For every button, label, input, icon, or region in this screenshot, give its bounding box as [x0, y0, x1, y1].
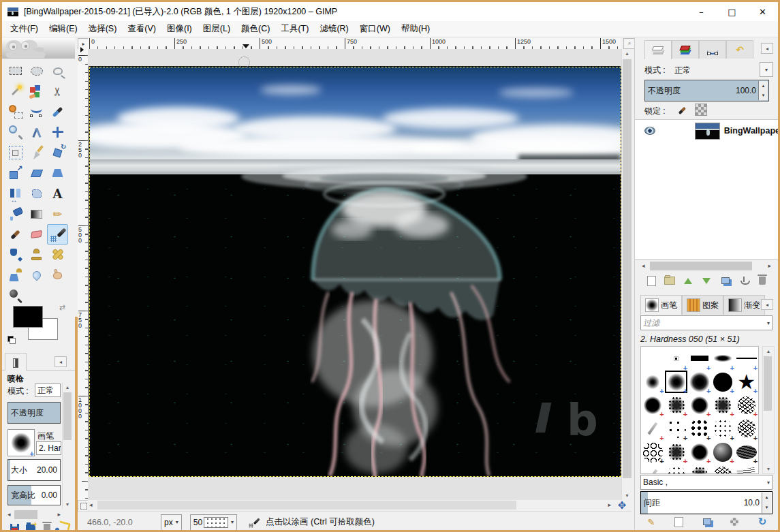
brush-swatch[interactable]	[688, 347, 711, 370]
hscrollbar-thumb[interactable]	[14, 510, 37, 519]
menu-help[interactable]: 帮助(H)	[396, 21, 435, 37]
brush-swatch[interactable]	[665, 394, 687, 416]
title-bar[interactable]: [BingWallpaper-2015-09-21] (已导入)-2.0 (RG…	[2, 2, 778, 21]
hscrollbar-thumb[interactable]	[97, 501, 516, 510]
menu-tools[interactable]: 工具(T)	[275, 21, 314, 37]
brush-swatch[interactable]	[642, 418, 664, 440]
tool-paintbrush[interactable]	[5, 224, 26, 245]
menu-select[interactable]: 选择(S)	[83, 21, 123, 37]
tool-align[interactable]	[5, 142, 26, 163]
new-brush-button[interactable]	[672, 516, 686, 528]
brush-swatch[interactable]	[735, 347, 758, 370]
spacing-slider[interactable]: 间距 10.0 ▲▼	[640, 491, 773, 514]
layer-list[interactable]: BingWallpaper	[635, 119, 779, 260]
tab-patterns[interactable]: 图案	[682, 295, 723, 315]
scroll-up-icon[interactable]: ▴	[63, 383, 72, 392]
tab-layers[interactable]	[644, 40, 672, 59]
tool-perspective[interactable]	[47, 163, 68, 183]
layer-list-hscrollbar[interactable]: ◂ ▸	[640, 261, 773, 271]
brush-swatch[interactable]	[642, 465, 664, 474]
brush-swatch[interactable]	[642, 394, 664, 416]
brush-swatch[interactable]	[735, 371, 758, 393]
tool-pencil[interactable]	[47, 204, 68, 224]
brush-swatch[interactable]	[712, 394, 734, 416]
lock-pixels-icon[interactable]	[675, 104, 689, 118]
menu-file[interactable]: 文件(F)	[5, 21, 44, 37]
layer-name[interactable]: BingWallpaper	[724, 126, 779, 136]
tool-zoom[interactable]	[5, 122, 26, 142]
vertical-ruler[interactable]: 02 5 05 0 07 5 01 0 0 0	[78, 49, 89, 500]
opacity-slider[interactable]: 不透明度	[7, 402, 61, 424]
duplicate-layer-button[interactable]	[719, 275, 732, 287]
horizontal-ruler[interactable]: 0250500750100012501500	[88, 38, 621, 50]
brush-preview[interactable]: +	[7, 429, 35, 456]
spin-down-icon[interactable]: ▼	[762, 503, 771, 513]
layer-mode-select[interactable]: ▾	[760, 62, 773, 77]
image-viewport[interactable]: b	[88, 49, 621, 500]
brush-swatch[interactable]	[688, 465, 711, 474]
brush-swatch[interactable]	[665, 465, 687, 474]
tool-color-picker[interactable]	[47, 101, 68, 122]
brush-swatch[interactable]	[642, 441, 664, 463]
scrollbar-thumb[interactable]	[764, 356, 772, 411]
layer-visibility-eye-icon[interactable]	[644, 127, 655, 135]
scroll-down-icon[interactable]: ▾	[63, 500, 72, 509]
tool-flip[interactable]	[5, 183, 26, 204]
tool-options-scrollbar[interactable]: ▴ ▾	[62, 383, 72, 509]
tool-smudge[interactable]	[47, 265, 68, 285]
swap-colors-icon[interactable]: ⇄	[59, 303, 65, 312]
scroll-down-icon[interactable]: ▾	[763, 465, 774, 473]
minimize-button[interactable]: –	[686, 2, 717, 21]
new-layer-button[interactable]	[644, 275, 658, 287]
tool-foreground-select[interactable]	[5, 101, 26, 122]
menu-windows[interactable]: 窗口(W)	[354, 21, 396, 37]
unit-select[interactable]: px▾	[161, 514, 182, 531]
paint-mode-select[interactable]: 正常	[35, 384, 61, 397]
duplicate-brush-button[interactable]	[700, 516, 714, 528]
scroll-left-icon[interactable]: ◂	[7, 510, 11, 519]
scroll-right-icon[interactable]: ▸	[608, 501, 611, 510]
tool-rect-select[interactable]	[5, 61, 26, 81]
refresh-brushes-button[interactable]: ↻	[755, 516, 769, 528]
foreground-color-swatch[interactable]	[13, 306, 43, 328]
new-group-button[interactable]	[663, 275, 676, 287]
brush-grid-scrollbar[interactable]: ▴ ▾	[762, 346, 775, 474]
brush-swatch[interactable]	[665, 441, 687, 463]
vscrollbar-thumb[interactable]	[623, 59, 631, 478]
brush-swatch[interactable]	[712, 441, 734, 463]
aspect-ratio-slider[interactable]: 宽高比 0.00	[7, 485, 61, 505]
tool-perspective-clone[interactable]	[5, 265, 26, 285]
brush-swatch-selected[interactable]	[665, 371, 687, 393]
tool-gradient[interactable]	[26, 204, 47, 224]
scroll-right-icon[interactable]: ▸	[768, 262, 771, 270]
tool-select-by-color[interactable]	[26, 81, 47, 101]
tool-crop[interactable]	[26, 142, 47, 163]
brush-swatch[interactable]	[712, 371, 734, 393]
tool-free-select[interactable]	[47, 61, 68, 81]
tool-ellipse-select[interactable]	[26, 61, 47, 81]
tool-clone[interactable]	[26, 245, 47, 265]
brush-swatch[interactable]	[665, 347, 687, 370]
menu-layer[interactable]: 图层(L)	[198, 21, 236, 37]
tool-cage-transform[interactable]	[26, 183, 47, 204]
scroll-right-icon[interactable]: ▸	[57, 510, 61, 519]
anchor-layer-button[interactable]	[737, 275, 751, 287]
scroll-up-icon[interactable]: ▴	[622, 49, 632, 58]
scroll-up-icon[interactable]: ▴	[763, 347, 774, 356]
spin-up-icon[interactable]: ▲	[762, 492, 771, 503]
tool-paths[interactable]	[26, 101, 47, 122]
layer-row[interactable]: BingWallpaper	[635, 121, 779, 140]
tool-scale[interactable]	[5, 163, 26, 183]
brush-swatch[interactable]	[712, 465, 734, 474]
edit-brush-button[interactable]: ✎	[644, 516, 658, 528]
scrollbar-thumb[interactable]	[63, 392, 72, 440]
horizontal-scrollbar[interactable]: ◂ ▸	[88, 500, 612, 510]
brush-swatch[interactable]	[642, 371, 664, 393]
lower-layer-button[interactable]	[700, 275, 713, 287]
spin-down-icon[interactable]: ▼	[759, 91, 768, 100]
lock-alpha-icon[interactable]	[695, 104, 707, 116]
tool-text[interactable]	[47, 183, 68, 204]
tab-gradients[interactable]: 渐变	[723, 295, 765, 315]
tool-options-hscrollbar[interactable]: ◂ ▸	[6, 510, 62, 520]
tool-fuzzy-select[interactable]	[5, 81, 26, 101]
